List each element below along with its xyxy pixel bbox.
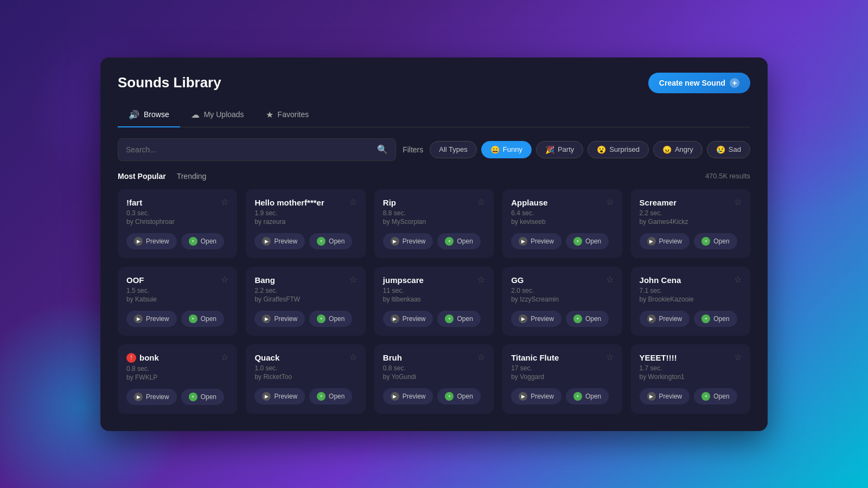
tab-favorites[interactable]: ★ Favorites bbox=[255, 104, 320, 127]
sound-duration: 1.7 sec. bbox=[640, 364, 742, 372]
sort-trending[interactable]: Trending bbox=[177, 172, 207, 181]
preview-button[interactable]: ▶ Preview bbox=[511, 311, 561, 327]
preview-button[interactable]: ▶ Preview bbox=[126, 233, 177, 249]
preview-button[interactable]: ▶ Preview bbox=[383, 388, 433, 404]
chip-angry[interactable]: 😠 Angry bbox=[653, 141, 703, 158]
chip-all-types[interactable]: All Types bbox=[430, 141, 477, 158]
preview-label: Preview bbox=[146, 393, 169, 401]
open-button[interactable]: + Open bbox=[694, 388, 737, 404]
sound-name: Applause bbox=[511, 198, 548, 207]
open-button[interactable]: + Open bbox=[694, 311, 737, 327]
chip-funny[interactable]: 😄 Funny bbox=[481, 141, 532, 158]
favorites-icon: ★ bbox=[266, 110, 273, 120]
preview-button[interactable]: ▶ Preview bbox=[511, 233, 561, 249]
open-button[interactable]: + Open bbox=[566, 233, 609, 249]
open-button[interactable]: + Open bbox=[181, 233, 224, 249]
create-button-label: Create new Sound bbox=[659, 79, 725, 87]
open-label: Open bbox=[329, 315, 344, 323]
star-button[interactable]: ☆ bbox=[221, 198, 228, 207]
preview-button[interactable]: ▶ Preview bbox=[254, 388, 305, 404]
tab-browse[interactable]: 🔊 Browse bbox=[118, 104, 180, 127]
open-button[interactable]: + Open bbox=[566, 388, 609, 404]
page-title: Sounds Library bbox=[118, 74, 221, 91]
sound-card: YEEET!!!! ☆ 1.7 sec. by Workington1 ▶ Pr… bbox=[631, 344, 750, 414]
star-button[interactable]: ☆ bbox=[477, 198, 485, 207]
card-top: Bruh ☆ bbox=[383, 353, 485, 362]
star-button[interactable]: ☆ bbox=[349, 353, 357, 362]
preview-button[interactable]: ▶ Preview bbox=[126, 311, 177, 327]
card-actions: ▶ Preview + Open bbox=[640, 311, 742, 327]
open-button[interactable]: + Open bbox=[309, 388, 352, 404]
card-actions: ▶ Preview + Open bbox=[254, 233, 356, 249]
sound-duration: 0.3 sec. bbox=[126, 209, 228, 217]
star-button[interactable]: ☆ bbox=[477, 353, 485, 362]
open-button[interactable]: + Open bbox=[437, 311, 480, 327]
sound-card: Screamer ☆ 2.2 sec. by Games4Kickz ▶ Pre… bbox=[631, 189, 750, 258]
sound-author: by ltibenkaas bbox=[383, 296, 485, 303]
open-button[interactable]: + Open bbox=[181, 389, 224, 405]
open-button[interactable]: + Open bbox=[309, 311, 352, 327]
chip-party[interactable]: 🎉 Party bbox=[536, 141, 583, 158]
star-button[interactable]: ☆ bbox=[221, 353, 228, 362]
preview-button[interactable]: ▶ Preview bbox=[511, 388, 561, 404]
open-button[interactable]: + Open bbox=[181, 311, 224, 327]
tab-favorites-label: Favorites bbox=[278, 110, 309, 119]
star-button[interactable]: ☆ bbox=[606, 275, 614, 284]
filter-chips: All Types 😄 Funny 🎉 Party 😮 Surprised 😠 … bbox=[430, 141, 750, 158]
open-label: Open bbox=[201, 393, 216, 401]
open-icon: + bbox=[701, 392, 710, 401]
funny-icon: 😄 bbox=[490, 145, 500, 154]
star-button[interactable]: ☆ bbox=[349, 198, 357, 207]
sound-card: Applause ☆ 6.4 sec. by keviseeb ▶ Previe… bbox=[502, 189, 622, 258]
star-button[interactable]: ☆ bbox=[349, 275, 357, 284]
preview-button[interactable]: ▶ Preview bbox=[254, 233, 305, 249]
star-button[interactable]: ☆ bbox=[606, 198, 614, 207]
open-button[interactable]: + Open bbox=[309, 233, 352, 249]
sound-author: by FWKLP bbox=[126, 374, 228, 381]
results-count: 470.5K results bbox=[705, 172, 750, 180]
sound-duration: 17 sec. bbox=[511, 364, 613, 372]
chip-sad[interactable]: 😢 Sad bbox=[707, 141, 750, 158]
open-label: Open bbox=[457, 315, 473, 323]
chip-surprised[interactable]: 😮 Surprised bbox=[588, 141, 649, 158]
create-sound-button[interactable]: Create new Sound + bbox=[648, 73, 750, 93]
preview-button[interactable]: ▶ Preview bbox=[640, 311, 690, 327]
card-top: Quack ☆ bbox=[254, 353, 356, 362]
star-button[interactable]: ☆ bbox=[606, 353, 614, 362]
preview-label: Preview bbox=[659, 393, 682, 400]
search-filter-row: 🔍 Filters All Types 😄 Funny 🎉 Party 😮 Su… bbox=[118, 138, 750, 161]
card-top: ! bonk ☆ bbox=[126, 353, 228, 363]
sound-card: John Cena ☆ 7.1 sec. by BrookieKazooie ▶… bbox=[631, 267, 750, 336]
preview-button[interactable]: ▶ Preview bbox=[640, 233, 690, 249]
open-button[interactable]: + Open bbox=[566, 311, 609, 327]
preview-button[interactable]: ▶ Preview bbox=[254, 311, 305, 327]
sound-duration: 6.4 sec. bbox=[511, 209, 613, 217]
plus-icon: + bbox=[730, 78, 739, 88]
preview-button[interactable]: ▶ Preview bbox=[126, 389, 177, 405]
preview-button[interactable]: ▶ Preview bbox=[383, 311, 433, 327]
star-button[interactable]: ☆ bbox=[734, 198, 742, 207]
open-button[interactable]: + Open bbox=[694, 233, 737, 249]
search-input[interactable] bbox=[126, 145, 377, 154]
star-button[interactable]: ☆ bbox=[477, 275, 485, 284]
chip-surprised-label: Surprised bbox=[609, 145, 640, 153]
open-icon: + bbox=[317, 237, 326, 246]
tab-my-uploads[interactable]: ☁ My Uploads bbox=[180, 104, 255, 127]
open-icon: + bbox=[189, 314, 197, 323]
open-icon: + bbox=[573, 314, 582, 323]
star-button[interactable]: ☆ bbox=[734, 353, 742, 362]
star-button[interactable]: ☆ bbox=[734, 275, 742, 284]
card-actions: ▶ Preview + Open bbox=[383, 388, 485, 404]
preview-label: Preview bbox=[146, 237, 169, 245]
sort-most-popular[interactable]: Most Popular bbox=[118, 172, 166, 181]
preview-button[interactable]: ▶ Preview bbox=[383, 233, 433, 249]
open-button[interactable]: + Open bbox=[437, 388, 480, 404]
card-actions: ▶ Preview + Open bbox=[511, 388, 613, 404]
star-button[interactable]: ☆ bbox=[221, 275, 228, 284]
preview-button[interactable]: ▶ Preview bbox=[640, 388, 690, 404]
sound-duration: 1.9 sec. bbox=[254, 209, 356, 217]
open-button[interactable]: + Open bbox=[437, 233, 480, 249]
play-icon: ▶ bbox=[391, 237, 399, 246]
open-label: Open bbox=[713, 393, 729, 400]
preview-label: Preview bbox=[659, 237, 682, 245]
